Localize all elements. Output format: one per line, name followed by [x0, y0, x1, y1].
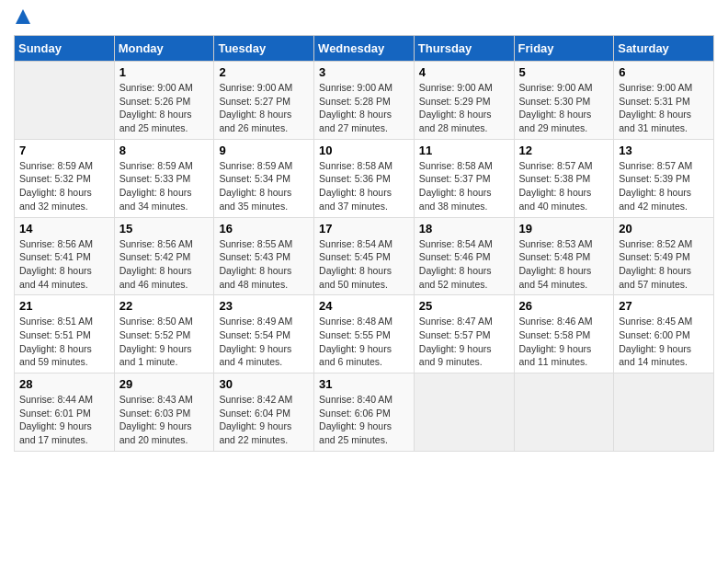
calendar-cell: 26Sunrise: 8:46 AM Sunset: 5:58 PM Dayli… — [514, 295, 614, 373]
calendar-cell: 22Sunrise: 8:50 AM Sunset: 5:52 PM Dayli… — [114, 295, 214, 373]
calendar-cell: 30Sunrise: 8:42 AM Sunset: 6:04 PM Dayli… — [214, 373, 314, 452]
day-number: 26 — [519, 299, 609, 313]
day-number: 22 — [119, 299, 210, 313]
calendar-cell: 1Sunrise: 9:00 AM Sunset: 5:26 PM Daylig… — [114, 62, 214, 140]
header-friday: Friday — [514, 36, 614, 62]
calendar-cell: 28Sunrise: 8:44 AM Sunset: 6:01 PM Dayli… — [15, 373, 115, 452]
logo-icon — [16, 9, 30, 24]
day-info: Sunrise: 8:44 AM Sunset: 6:01 PM Dayligh… — [19, 393, 109, 447]
day-info: Sunrise: 9:00 AM Sunset: 5:31 PM Dayligh… — [619, 81, 709, 135]
calendar-cell: 6Sunrise: 9:00 AM Sunset: 5:31 PM Daylig… — [614, 62, 714, 140]
day-info: Sunrise: 8:59 AM Sunset: 5:33 PM Dayligh… — [119, 159, 210, 213]
day-info: Sunrise: 8:51 AM Sunset: 5:51 PM Dayligh… — [19, 315, 109, 369]
day-number: 24 — [319, 299, 409, 313]
day-number: 16 — [219, 222, 309, 236]
day-number: 12 — [519, 144, 609, 157]
day-info: Sunrise: 8:56 AM Sunset: 5:41 PM Dayligh… — [19, 237, 109, 292]
week-row-1: 1Sunrise: 9:00 AM Sunset: 5:26 PM Daylig… — [15, 62, 714, 140]
day-number: 2 — [219, 65, 309, 79]
day-info: Sunrise: 8:40 AM Sunset: 6:06 PM Dayligh… — [319, 393, 409, 447]
day-number: 11 — [419, 144, 509, 157]
day-info: Sunrise: 8:47 AM Sunset: 5:57 PM Dayligh… — [419, 315, 509, 369]
day-number: 6 — [619, 65, 709, 79]
calendar-cell — [414, 373, 514, 452]
day-info: Sunrise: 8:42 AM Sunset: 6:04 PM Dayligh… — [219, 393, 309, 447]
calendar-cell: 25Sunrise: 8:47 AM Sunset: 5:57 PM Dayli… — [414, 295, 514, 373]
day-info: Sunrise: 8:58 AM Sunset: 5:37 PM Dayligh… — [419, 159, 509, 213]
day-number: 25 — [419, 299, 509, 313]
day-number: 18 — [419, 222, 509, 236]
day-info: Sunrise: 8:56 AM Sunset: 5:42 PM Dayligh… — [119, 237, 210, 292]
day-number: 29 — [119, 377, 210, 391]
header-wednesday: Wednesday — [314, 36, 415, 62]
day-info: Sunrise: 8:45 AM Sunset: 6:00 PM Dayligh… — [619, 315, 709, 369]
day-number: 23 — [219, 299, 309, 313]
day-number: 9 — [219, 144, 309, 157]
day-info: Sunrise: 8:49 AM Sunset: 5:54 PM Dayligh… — [219, 315, 309, 369]
day-number: 7 — [19, 144, 109, 157]
day-info: Sunrise: 8:46 AM Sunset: 5:58 PM Dayligh… — [519, 315, 609, 369]
day-number: 30 — [219, 377, 309, 391]
calendar-cell: 18Sunrise: 8:54 AM Sunset: 5:46 PM Dayli… — [414, 217, 514, 295]
day-info: Sunrise: 8:50 AM Sunset: 5:52 PM Dayligh… — [119, 315, 210, 369]
header-thursday: Thursday — [414, 36, 514, 62]
svg-marker-0 — [16, 9, 30, 24]
week-row-4: 21Sunrise: 8:51 AM Sunset: 5:51 PM Dayli… — [15, 295, 714, 373]
day-info: Sunrise: 8:59 AM Sunset: 5:32 PM Dayligh… — [19, 159, 109, 213]
day-info: Sunrise: 8:43 AM Sunset: 6:03 PM Dayligh… — [119, 393, 210, 447]
logo — [14, 9, 30, 28]
day-info: Sunrise: 8:59 AM Sunset: 5:34 PM Dayligh… — [219, 159, 309, 213]
header-saturday: Saturday — [614, 36, 714, 62]
header-sunday: Sunday — [15, 36, 115, 62]
calendar-cell: 8Sunrise: 8:59 AM Sunset: 5:33 PM Daylig… — [114, 139, 214, 217]
calendar-cell: 20Sunrise: 8:52 AM Sunset: 5:49 PM Dayli… — [614, 217, 714, 295]
page-header — [14, 9, 714, 28]
calendar-cell: 7Sunrise: 8:59 AM Sunset: 5:32 PM Daylig… — [15, 139, 115, 217]
day-number: 21 — [19, 299, 109, 313]
calendar-cell: 11Sunrise: 8:58 AM Sunset: 5:37 PM Dayli… — [414, 139, 514, 217]
calendar-cell: 10Sunrise: 8:58 AM Sunset: 5:36 PM Dayli… — [314, 139, 415, 217]
calendar-cell: 15Sunrise: 8:56 AM Sunset: 5:42 PM Dayli… — [114, 217, 214, 295]
calendar-cell: 27Sunrise: 8:45 AM Sunset: 6:00 PM Dayli… — [614, 295, 714, 373]
day-info: Sunrise: 8:53 AM Sunset: 5:48 PM Dayligh… — [519, 237, 609, 292]
calendar-cell: 5Sunrise: 9:00 AM Sunset: 5:30 PM Daylig… — [514, 62, 614, 140]
day-number: 19 — [519, 222, 609, 236]
calendar-header-row: SundayMondayTuesdayWednesdayThursdayFrid… — [15, 36, 714, 62]
day-info: Sunrise: 8:54 AM Sunset: 5:46 PM Dayligh… — [419, 237, 509, 292]
calendar-cell: 3Sunrise: 9:00 AM Sunset: 5:28 PM Daylig… — [314, 62, 415, 140]
day-info: Sunrise: 8:55 AM Sunset: 5:43 PM Dayligh… — [219, 237, 309, 292]
calendar-cell — [514, 373, 614, 452]
day-number: 13 — [619, 144, 709, 157]
day-number: 8 — [119, 144, 210, 157]
calendar-cell: 2Sunrise: 9:00 AM Sunset: 5:27 PM Daylig… — [214, 62, 314, 140]
day-info: Sunrise: 8:58 AM Sunset: 5:36 PM Dayligh… — [319, 159, 409, 213]
week-row-5: 28Sunrise: 8:44 AM Sunset: 6:01 PM Dayli… — [15, 373, 714, 452]
day-info: Sunrise: 9:00 AM Sunset: 5:28 PM Dayligh… — [319, 81, 409, 135]
day-info: Sunrise: 9:00 AM Sunset: 5:29 PM Dayligh… — [419, 81, 509, 135]
day-info: Sunrise: 8:54 AM Sunset: 5:45 PM Dayligh… — [319, 237, 409, 292]
calendar-cell: 24Sunrise: 8:48 AM Sunset: 5:55 PM Dayli… — [314, 295, 415, 373]
day-number: 15 — [119, 222, 210, 236]
header-monday: Monday — [114, 36, 214, 62]
day-info: Sunrise: 8:48 AM Sunset: 5:55 PM Dayligh… — [319, 315, 409, 369]
day-info: Sunrise: 8:57 AM Sunset: 5:39 PM Dayligh… — [619, 159, 709, 213]
day-number: 3 — [319, 65, 409, 79]
calendar-cell: 21Sunrise: 8:51 AM Sunset: 5:51 PM Dayli… — [15, 295, 115, 373]
header-tuesday: Tuesday — [214, 36, 314, 62]
day-number: 31 — [319, 377, 409, 391]
calendar-cell: 17Sunrise: 8:54 AM Sunset: 5:45 PM Dayli… — [314, 217, 415, 295]
calendar-cell: 16Sunrise: 8:55 AM Sunset: 5:43 PM Dayli… — [214, 217, 314, 295]
day-number: 1 — [119, 65, 210, 79]
calendar-table: SundayMondayTuesdayWednesdayThursdayFrid… — [14, 35, 714, 452]
calendar-cell — [614, 373, 714, 452]
calendar-cell: 13Sunrise: 8:57 AM Sunset: 5:39 PM Dayli… — [614, 139, 714, 217]
day-info: Sunrise: 9:00 AM Sunset: 5:30 PM Dayligh… — [519, 81, 609, 135]
day-number: 20 — [619, 222, 709, 236]
week-row-2: 7Sunrise: 8:59 AM Sunset: 5:32 PM Daylig… — [15, 139, 714, 217]
day-number: 10 — [319, 144, 409, 157]
day-info: Sunrise: 9:00 AM Sunset: 5:27 PM Dayligh… — [219, 81, 309, 135]
day-info: Sunrise: 8:57 AM Sunset: 5:38 PM Dayligh… — [519, 159, 609, 213]
day-number: 5 — [519, 65, 609, 79]
calendar-cell: 4Sunrise: 9:00 AM Sunset: 5:29 PM Daylig… — [414, 62, 514, 140]
calendar-cell: 29Sunrise: 8:43 AM Sunset: 6:03 PM Dayli… — [114, 373, 214, 452]
